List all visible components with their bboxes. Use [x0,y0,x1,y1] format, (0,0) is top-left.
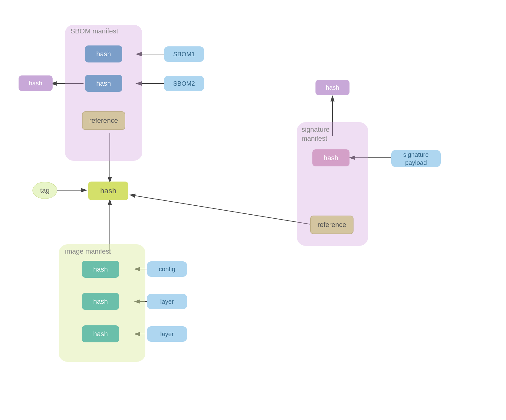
sbom-manifest-label: SBOM manifest [71,27,118,35]
sig-manifest-label: signature manifest [302,125,330,143]
sig-hash: hash [312,149,349,166]
center-hash: hash [88,182,128,200]
tag-node: tag [32,182,57,199]
sbom-hash1: hash [85,45,122,62]
config-pill: config [147,261,187,277]
sig-hash-top: hash [315,80,349,95]
layer1-pill: layer [147,294,187,309]
image-hash2: hash [82,293,119,310]
layer2-pill: layer [147,326,187,342]
svg-line-9 [130,195,310,224]
diagram: SBOM manifest hash hash reference SBOM1 … [0,0,506,420]
sig-payload-pill: signature payload [391,150,441,167]
image-hash1: hash [82,261,119,278]
sbom1-pill: SBOM1 [164,46,204,62]
external-left-hash: hash [19,75,53,91]
sig-reference: reference [310,216,354,234]
image-hash3: hash [82,325,119,342]
sbom2-pill: SBOM2 [164,76,204,91]
sbom-manifest-container [65,25,142,161]
sbom-reference: reference [82,111,125,130]
sbom-hash2: hash [85,75,122,92]
image-manifest-label: image manifest [65,247,111,255]
